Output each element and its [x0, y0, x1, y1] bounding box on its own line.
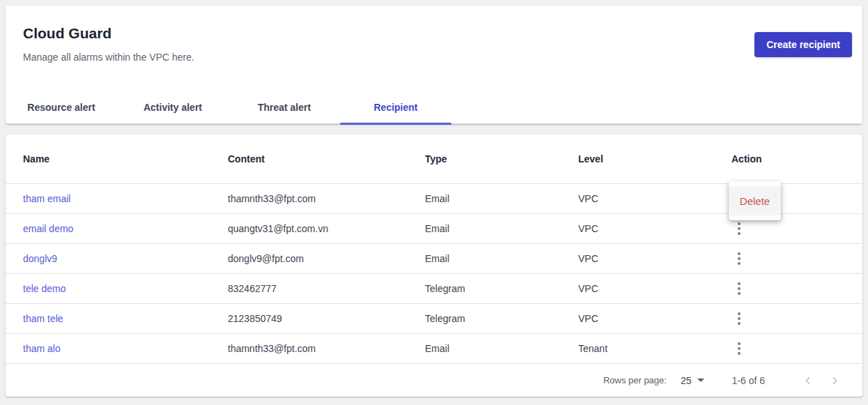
- kebab-menu-icon[interactable]: [733, 220, 745, 238]
- rows-per-page-label: Rows per page:: [603, 375, 667, 385]
- recipient-content: quangtv31@fpt.com.vn: [228, 223, 425, 234]
- column-header-type: Type: [425, 153, 578, 165]
- recipient-level: VPC: [578, 313, 731, 324]
- kebab-menu-icon[interactable]: [733, 280, 745, 298]
- tab-recipient[interactable]: Recipient: [340, 91, 451, 124]
- column-header-content: Content: [228, 153, 425, 165]
- recipient-table-card: Name Content Type Level Action tham emai…: [6, 135, 862, 397]
- recipient-type: Email: [425, 223, 578, 234]
- column-header-name: Name: [23, 153, 228, 165]
- next-page-button[interactable]: [825, 371, 844, 390]
- recipient-level: VPC: [578, 193, 731, 204]
- tab-label: Resource alert: [27, 102, 95, 113]
- previous-page-button[interactable]: [798, 371, 818, 390]
- table-row: tham tele 2123850749 Telegram VPC: [6, 303, 862, 333]
- tab-threat-alert[interactable]: Threat alert: [228, 91, 340, 124]
- tab-activity-alert[interactable]: Activity alert: [117, 91, 228, 124]
- column-header-action: Action: [731, 153, 862, 165]
- recipient-content: thamnth33@fpt.com: [228, 343, 425, 354]
- tab-label: Activity alert: [144, 102, 202, 113]
- recipient-level: VPC: [578, 223, 731, 234]
- rows-per-page-select[interactable]: 25: [681, 375, 704, 386]
- recipient-type: Email: [425, 253, 578, 264]
- pagination-range-label: 1-6 of 6: [732, 375, 765, 386]
- active-tab-indicator: [340, 123, 451, 125]
- rows-per-page-value: 25: [681, 375, 692, 386]
- recipient-level: Tenant: [578, 343, 731, 354]
- recipient-name-link[interactable]: tele demo: [23, 283, 65, 294]
- create-recipient-button[interactable]: Create recipient: [754, 32, 852, 57]
- kebab-menu-icon[interactable]: [733, 250, 745, 268]
- recipient-type: Telegram: [425, 283, 578, 294]
- recipient-content: 2123850749: [228, 313, 425, 324]
- recipient-name-link[interactable]: donglv9: [23, 253, 57, 264]
- tab-resource-alert[interactable]: Resource alert: [6, 91, 117, 124]
- chevron-right-icon: [829, 375, 840, 386]
- tab-bar: Resource alert Activity alert Threat ale…: [6, 91, 862, 124]
- page-subtitle: Manage all alarms within the VPC here.: [23, 52, 194, 63]
- recipient-name-link[interactable]: tham tele: [23, 313, 63, 324]
- tab-label: Threat alert: [258, 102, 311, 113]
- recipient-name-link[interactable]: email demo: [23, 223, 73, 234]
- recipient-type: Email: [425, 193, 578, 204]
- table-row: tele demo 832462777 Telegram VPC: [6, 273, 862, 303]
- table-row: donglv9 donglv9@fpt.com Email VPC: [6, 243, 862, 273]
- header-card: Cloud Guard Manage all alarms within the…: [6, 6, 862, 124]
- recipient-level: VPC: [578, 283, 731, 294]
- recipient-type: Telegram: [425, 313, 578, 324]
- delete-menu-item[interactable]: Delete: [729, 186, 781, 215]
- table-header-row: Name Content Type Level Action: [6, 135, 862, 183]
- row-action-menu: Delete: [729, 181, 781, 220]
- column-header-level: Level: [578, 153, 731, 165]
- kebab-menu-icon[interactable]: [733, 339, 745, 358]
- chevron-left-icon: [803, 375, 814, 386]
- recipient-level: VPC: [578, 253, 731, 264]
- recipient-name-link[interactable]: tham email: [23, 193, 70, 204]
- recipient-content: donglv9@fpt.com: [228, 253, 425, 264]
- recipient-name-link[interactable]: tham alo: [23, 343, 61, 354]
- recipient-type: Email: [425, 343, 578, 354]
- tab-label: Recipient: [373, 102, 417, 113]
- recipient-content: 832462777: [228, 283, 425, 294]
- kebab-menu-icon[interactable]: [733, 310, 745, 328]
- table-pagination-bar: Rows per page: 25 1-6 of 6: [6, 363, 862, 397]
- recipient-content: thamnth33@fpt.com: [228, 193, 425, 204]
- dropdown-caret-icon: [697, 379, 704, 382]
- page-title: Cloud Guard: [23, 25, 111, 42]
- table-row: tham alo thamnth33@fpt.com Email Tenant: [6, 333, 862, 363]
